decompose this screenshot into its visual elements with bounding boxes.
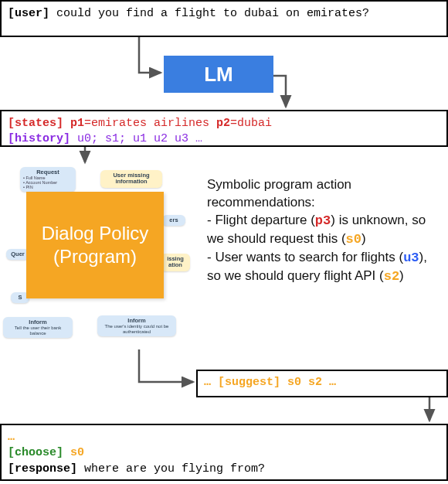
fc-inform-right: Inform The user's identity could not be …: [97, 315, 176, 336]
suggest-box: … [suggest] s0 s2 …: [196, 370, 448, 397]
p2-val: =dubai: [230, 117, 272, 130]
dialog-policy-label: Dialog Policy (Program): [26, 222, 164, 268]
fc-missing: issing ation: [161, 254, 190, 271]
history-text: u0; s1; u1 u2 u3 …: [70, 132, 202, 145]
choose-tag: [choose]: [8, 446, 63, 459]
user-tag: [user]: [8, 7, 49, 20]
history-line: [history] u0; s1; u1 u2 u3 …: [8, 131, 440, 147]
user-utterance-box: [user] could you find a flight to dubai …: [0, 0, 448, 37]
dialog-policy-block: Dialog Policy (Program): [26, 192, 164, 298]
fc-inform-left: Inform Tell the user their bank balance: [3, 317, 73, 338]
response-box: … [choose] s0 [response] where are you f…: [0, 424, 448, 481]
history-tag: [history]: [8, 132, 70, 145]
bottom-dots: …: [8, 430, 440, 445]
recs-item-1: - Flight departure (p3) is unknown, so w…: [207, 212, 436, 249]
recs-item-2: - User wants to search for flights (u3),…: [207, 249, 436, 286]
lm-label: LM: [204, 63, 233, 87]
response-tag: [response]: [8, 462, 77, 475]
recommendations-text: Symbolic program action recommendations:…: [207, 176, 436, 286]
fc-user-missing: User missing information: [100, 170, 162, 188]
response-line: [response] where are you flying from?: [8, 462, 440, 477]
choose-val: s0: [63, 446, 84, 459]
states-tag: [states]: [8, 117, 63, 130]
lm-block: LM: [164, 56, 273, 93]
user-text: could you find a flight to dubai on emir…: [49, 7, 369, 20]
choose-line: [choose] s0: [8, 445, 440, 461]
p1-val: =emirates airlines: [84, 117, 216, 130]
sym-s2: s2: [384, 269, 399, 284]
response-text: where are you flying from?: [77, 462, 265, 475]
suggest-text: … [suggest] s0 s2 …: [204, 376, 336, 389]
fc-ers: ers: [162, 215, 185, 226]
sym-p3: p3: [315, 213, 331, 228]
recs-heading: Symbolic program action recommendations:: [207, 176, 436, 212]
states-history-box: [states] p1=emirates airlines p2=dubai […: [0, 110, 448, 147]
sym-s0: s0: [346, 232, 361, 247]
p2-key: p2: [216, 117, 230, 130]
states-line: [states] p1=emirates airlines p2=dubai: [8, 116, 440, 131]
fc-request: Request • Full Name • Account Number • P…: [20, 167, 76, 192]
p1-key: p1: [70, 117, 84, 130]
sym-u3: u3: [403, 251, 419, 265]
